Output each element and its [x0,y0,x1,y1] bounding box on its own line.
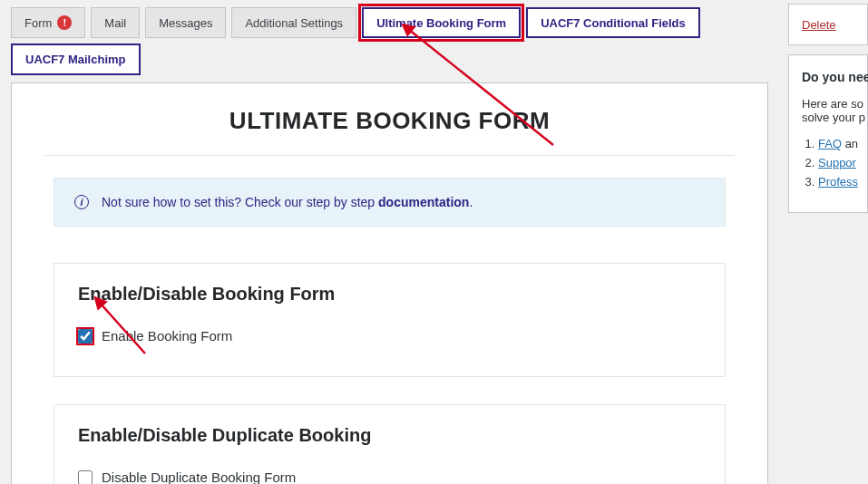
disable-duplicate-checkbox[interactable] [78,470,93,485]
info-icon: i [74,195,89,209]
professional-link[interactable]: Profess [818,175,858,189]
main-area: ULTIMATE BOOKING FORM i Not sure how to … [0,75,868,484]
section-duplicate-booking: Enable/Disable Duplicate Booking Disable… [54,404,726,484]
tab-mail[interactable]: Mail [91,7,140,38]
tabs-row: Form ! Mail Messages Additional Settings… [0,0,868,38]
tab-mailchimp[interactable]: UACF7 Mailchimp [11,44,141,75]
tab-messages[interactable]: Messages [145,7,226,38]
help-text: Here are so solve your p [802,97,858,124]
enable-booking-row[interactable]: Enable Booking Form [78,328,701,344]
disable-duplicate-label: Disable Duplicate Booking Form [102,469,296,484]
notice-suffix: . [469,195,473,209]
tab-form[interactable]: Form ! [11,7,85,38]
section-enable-booking: Enable/Disable Booking Form Enable Booki… [54,263,726,377]
documentation-link[interactable]: documentation [378,195,469,209]
divider [44,155,735,156]
notice-prefix: Not sure how to set this? Check our step… [102,195,378,209]
tab-conditional-fields[interactable]: UACF7 Conditional Fields [526,7,700,38]
faq-link[interactable]: FAQ [818,137,842,150]
help-box: Do you nee Here are so solve your p FAQ … [788,54,868,213]
alert-icon: ! [57,15,72,30]
enable-booking-label: Enable Booking Form [102,328,232,344]
help-item-support: Suppor [818,156,858,169]
support-link[interactable]: Suppor [818,156,856,169]
tab-ultimate-booking-form[interactable]: Ultimate Booking Form [362,7,521,38]
help-item-professional: Profess [818,175,858,189]
section-enable-booking-heading: Enable/Disable Booking Form [78,284,701,305]
page-title: ULTIMATE BOOKING FORM [44,107,735,135]
disable-duplicate-row[interactable]: Disable Duplicate Booking Form [78,469,701,484]
sidebar: Delete Do you nee Here are so solve your… [788,0,868,213]
notice-text: Not sure how to set this? Check our step… [102,195,473,209]
help-item-faq: FAQ an [818,137,858,150]
settings-panel: ULTIMATE BOOKING FORM i Not sure how to … [11,82,768,484]
help-list: FAQ an Suppor Profess [802,137,858,189]
help-title: Do you nee [802,70,858,84]
tabs-row-2: UACF7 Mailchimp [0,44,868,75]
section-duplicate-heading: Enable/Disable Duplicate Booking [78,425,701,446]
tab-additional-settings[interactable]: Additional Settings [231,7,356,38]
delete-link[interactable]: Delete [802,18,836,32]
enable-booking-checkbox[interactable] [78,329,93,344]
delete-box: Delete [788,4,868,45]
info-notice: i Not sure how to set this? Check our st… [54,178,726,227]
tab-form-label: Form [24,16,52,30]
